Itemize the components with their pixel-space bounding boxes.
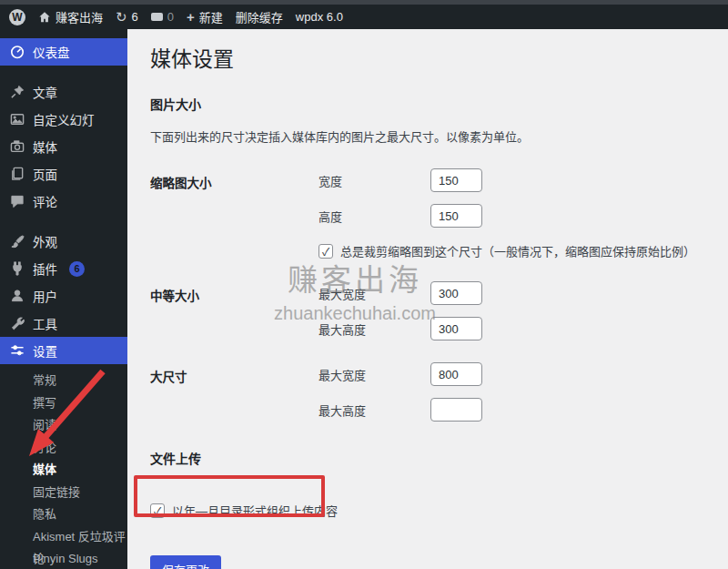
updates-count: 6 [132, 10, 138, 24]
wordpress-admin-screen: W 赚客出海 ↻ 6 0 + 新建 删除缓存 wpdx 6.0 [0, 0, 728, 569]
admin-top-bar: W 赚客出海 ↻ 6 0 + 新建 删除缓存 wpdx 6.0 [0, 5, 728, 29]
sidebar-item-comments[interactable]: 评论 [0, 188, 127, 215]
comment-icon [10, 194, 25, 208]
image-sizes-description: 下面列出来的尺寸决定插入媒体库内的图片之最大尺寸。以像素为单位。 [150, 127, 710, 145]
paintbrush-icon [10, 234, 25, 249]
image-sizes-heading: 图片大小 [150, 95, 710, 113]
sidebar-item-label: 工具 [33, 314, 57, 332]
submenu-item-permalinks[interactable]: 固定链接 [0, 482, 127, 504]
thumbnail-height-input[interactable] [430, 204, 482, 228]
submenu-item-general[interactable]: 常规 [0, 370, 127, 392]
sidebar-item-label: 文章 [33, 83, 57, 101]
thumbnail-size-row: 缩略图大小 宽度 高度 总是裁剪缩略图到这个尺寸（一般情况下，缩略图应保持原始比… [150, 168, 710, 259]
sidebar-item-settings[interactable]: 设置 [0, 337, 127, 364]
uploading-heading: 文件上传 [150, 449, 710, 467]
large-max-height-label: 最大高度 [318, 401, 430, 419]
thumbnail-size-label: 缩略图大小 [150, 168, 318, 259]
medium-size-label: 中等大小 [150, 281, 318, 340]
medium-max-height-input[interactable] [430, 317, 482, 340]
settings-sliders-icon [10, 343, 25, 358]
home-icon [38, 11, 51, 24]
dashboard-icon [10, 45, 25, 59]
submenu-item-privacy[interactable]: 隐私 [0, 503, 127, 526]
new-content-label: 新建 [199, 8, 223, 25]
sidebar-item-pages[interactable]: 页面 [0, 160, 127, 188]
sidebar-item-users[interactable]: 用户 [0, 282, 127, 310]
camera-icon [10, 139, 25, 154]
sidebar-item-label: 媒体 [33, 137, 57, 156]
comments-icon [151, 13, 163, 21]
large-size-row: 大尺寸 最大宽度 最大高度 [150, 362, 710, 422]
pages-icon [10, 167, 25, 181]
medium-size-row: 中等大小 最大宽度 最大高度 [150, 281, 710, 340]
sidebar-item-media[interactable]: 媒体 [0, 133, 127, 160]
large-max-width-input[interactable] [430, 362, 482, 386]
submenu-item-akismet[interactable]: Akismet 反垃圾评论 [0, 526, 127, 549]
submenu-item-reading[interactable]: 阅读 [0, 414, 127, 437]
sidebar-item-posts[interactable]: 文章 [0, 78, 127, 106]
plus-icon: + [187, 10, 195, 24]
menu-separator [0, 215, 127, 228]
sidebar-item-label: 用户 [33, 287, 57, 305]
sidebar-item-label: 外观 [33, 232, 57, 250]
wordpress-menu-button[interactable]: W [9, 9, 25, 25]
sidebar-item-label: 插件 [33, 259, 57, 278]
medium-max-width-input[interactable] [430, 281, 482, 305]
sidebar-item-label: 仪表盘 [33, 43, 70, 61]
sidebar-item-appearance[interactable]: 外观 [0, 228, 127, 255]
thumbnail-width-input[interactable] [430, 168, 482, 192]
menu-separator [0, 66, 127, 78]
sidebar-item-label: 页面 [33, 165, 57, 183]
wrench-icon [10, 316, 25, 330]
plug-icon [10, 261, 25, 276]
submenu-item-writing[interactable]: 撰写 [0, 392, 127, 415]
plugin-update-badge: 6 [69, 261, 85, 277]
large-size-label: 大尺寸 [150, 362, 318, 422]
new-content-button[interactable]: + 新建 [187, 8, 223, 25]
user-icon [10, 289, 25, 303]
large-max-height-input[interactable] [430, 398, 482, 422]
settings-submenu: 常规 撰写 阅读 讨论 媒体 固定链接 隐私 Akismet 反垃圾评论 Pin… [0, 364, 127, 569]
medium-max-height-label: 最大高度 [318, 320, 430, 338]
sidebar-item-plugins[interactable]: 插件 6 [0, 255, 127, 282]
submenu-item-discussion[interactable]: 讨论 [0, 437, 127, 460]
visit-site-link[interactable]: 赚客出海 [38, 8, 103, 25]
organize-uploads-checkbox[interactable] [150, 503, 165, 518]
clear-cache-label: 删除缓存 [236, 8, 283, 25]
save-changes-button[interactable]: 保存更改 [150, 555, 221, 569]
wpdx-version-label: wpdx 6.0 [296, 10, 343, 24]
sidebar-item-tools[interactable]: 工具 [0, 310, 127, 337]
comments-count: 0 [167, 10, 174, 24]
site-name: 赚客出海 [56, 8, 103, 25]
thumbnail-crop-label: 总是裁剪缩略图到这个尺寸（一般情况下，缩略图应保持原始比例） [340, 242, 695, 259]
submenu-item-pinyin-slugs[interactable]: Pinyin Slugs [0, 548, 127, 569]
updates-button[interactable]: ↻ 6 [116, 10, 138, 24]
slideshow-icon [10, 112, 25, 127]
media-settings-page: 媒体设置 图片大小 下面列出来的尺寸决定插入媒体库内的图片之最大尺寸。以像素为单… [127, 29, 728, 569]
wordpress-logo-icon: W [9, 9, 25, 25]
comments-button[interactable]: 0 [151, 10, 174, 24]
large-max-width-label: 最大宽度 [318, 366, 430, 383]
thumbnail-width-label: 宽度 [318, 172, 430, 189]
sidebar-item-dashboard[interactable]: 仪表盘 [0, 38, 127, 66]
sidebar-item-label: 设置 [33, 341, 57, 360]
wpdx-version[interactable]: wpdx 6.0 [296, 10, 343, 24]
admin-sidebar: 仪表盘 文章 自定义幻灯 [0, 29, 127, 569]
page-title: 媒体设置 [150, 42, 710, 73]
pushpin-icon [10, 85, 25, 99]
sidebar-item-label: 评论 [33, 192, 57, 210]
clear-cache-button[interactable]: 删除缓存 [236, 8, 283, 25]
thumbnail-height-label: 高度 [318, 208, 430, 225]
sidebar-item-custom-slides[interactable]: 自定义幻灯 [0, 106, 127, 133]
submenu-item-media[interactable]: 媒体 [0, 459, 127, 482]
sidebar-item-label: 自定义幻灯 [33, 110, 95, 128]
medium-max-width-label: 最大宽度 [318, 285, 430, 302]
organize-uploads-label: 以年—月目录形式组织上传内容 [172, 502, 338, 519]
thumbnail-crop-checkbox[interactable] [318, 244, 333, 259]
updates-icon: ↻ [116, 10, 127, 24]
organize-uploads-line: 以年—月目录形式组织上传内容 [150, 502, 710, 519]
